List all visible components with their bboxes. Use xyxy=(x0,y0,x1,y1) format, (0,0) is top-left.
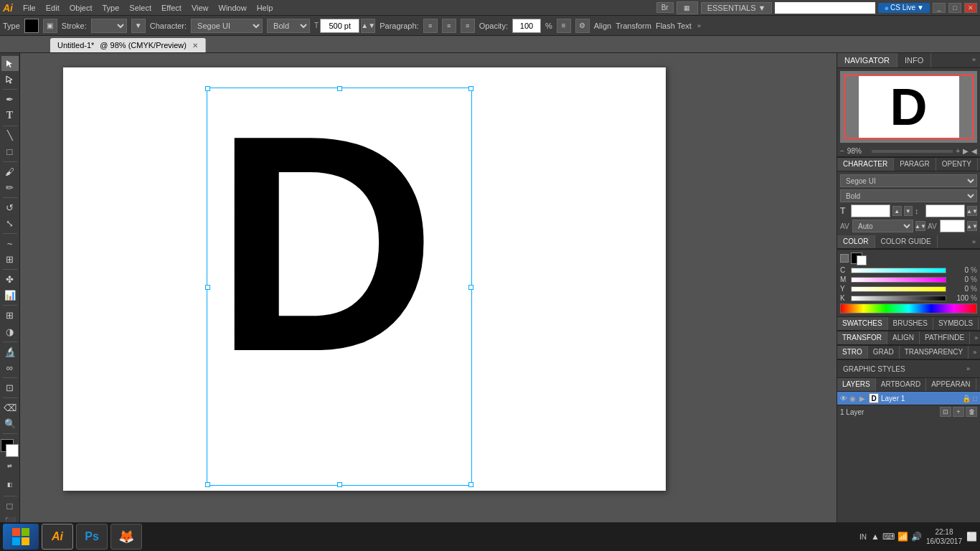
stroke-options-icon[interactable]: ▼ xyxy=(131,19,146,33)
font-size-stepper-down[interactable]: ▼ xyxy=(904,206,913,216)
line-tool[interactable]: ╲ xyxy=(1,128,19,143)
taskbar-network-icon[interactable]: 📶 xyxy=(897,532,908,542)
shape-tool[interactable]: □ xyxy=(1,144,19,159)
menu-help[interactable]: Help xyxy=(253,2,278,14)
navigator-collapse[interactable]: » xyxy=(968,53,980,67)
color-guide-tab[interactable]: COLOR GUIDE xyxy=(875,235,938,248)
kerning-select[interactable]: Auto xyxy=(852,220,913,232)
slice-tool[interactable]: ⊡ xyxy=(1,380,19,395)
rotate-tool[interactable]: ↺ xyxy=(1,200,19,215)
leading-input[interactable]: (600 pt) xyxy=(925,204,965,217)
layer-1-row[interactable]: 👁 ◉ ▶ D Layer 1 🔒 □ xyxy=(837,392,980,405)
y-slider[interactable] xyxy=(851,286,946,292)
layer-target-icon[interactable]: ◉ xyxy=(849,395,856,402)
type-tool[interactable]: T xyxy=(1,108,19,123)
brushes-tab[interactable]: BRUSHES xyxy=(888,317,933,330)
nav-left-arrow[interactable]: ◀ xyxy=(971,147,977,155)
color-spectrum[interactable] xyxy=(840,303,977,314)
menu-window[interactable]: Window xyxy=(215,2,251,14)
layer-expand-icon[interactable]: ▶ xyxy=(859,395,865,402)
swatches-tab[interactable]: SWATCHES xyxy=(837,317,888,330)
handle-middle-right[interactable] xyxy=(468,285,473,290)
align-left-button[interactable]: ≡ xyxy=(423,19,438,33)
transparency-tab[interactable]: TRANSPARENCY xyxy=(900,346,969,359)
layer-visibility-icon[interactable]: 👁 xyxy=(840,395,847,402)
extra-options-icon[interactable]: ⚙ xyxy=(575,19,590,33)
stroke-collapse[interactable]: » xyxy=(969,346,980,359)
default-colors-button[interactable]: ◧ xyxy=(1,476,19,494)
k-slider[interactable] xyxy=(851,296,946,301)
maximize-button[interactable]: □ xyxy=(948,3,961,13)
font-size-char-input[interactable]: 500 pt xyxy=(851,204,890,217)
free-transform-tool[interactable]: ⊞ xyxy=(1,252,19,267)
zoom-tool[interactable]: 🔍 xyxy=(1,416,19,431)
mesh-tool[interactable]: ⊞ xyxy=(1,308,19,323)
gradient-tool[interactable]: ◑ xyxy=(1,324,19,339)
start-button[interactable] xyxy=(3,524,39,550)
eraser-tool[interactable]: ⌫ xyxy=(1,400,19,415)
menu-file[interactable]: File xyxy=(19,2,40,14)
tracking-input[interactable]: 0 xyxy=(940,220,965,232)
essentials-button[interactable]: ESSENTIALS ▼ xyxy=(701,2,773,14)
handle-top-left[interactable] xyxy=(205,86,210,91)
character-tab[interactable]: CHARACTER xyxy=(837,158,894,171)
info-tab[interactable]: INFO xyxy=(897,53,931,67)
font-size-stepper-up[interactable]: ▲ xyxy=(892,206,901,216)
appearance-tab[interactable]: APPEARAN xyxy=(926,378,976,391)
delete-layer-button[interactable]: 🗑 xyxy=(966,407,977,417)
selection-tool[interactable] xyxy=(1,56,19,71)
tracking-stepper[interactable]: ▲▼ xyxy=(967,221,977,231)
character-weight-select[interactable]: Bold xyxy=(840,189,977,202)
paragraph-tab[interactable]: PARAGR xyxy=(894,158,936,171)
opacity-options-icon[interactable]: ≡ xyxy=(557,19,571,33)
color-tab[interactable]: COLOR xyxy=(837,235,875,248)
swap-colors-button[interactable]: ⇄ xyxy=(1,458,19,475)
c-slider[interactable] xyxy=(851,268,946,273)
view-toggle[interactable]: ▦ xyxy=(677,1,698,14)
taskbar-volume-icon[interactable]: 🔊 xyxy=(911,532,922,542)
cs-live-button[interactable]: ● CS Live ▼ xyxy=(878,3,930,13)
bridge-button[interactable]: Br xyxy=(656,2,674,13)
graphic-styles-collapse[interactable]: » xyxy=(962,362,974,375)
handle-top-right[interactable] xyxy=(468,86,473,91)
nav-right-arrow[interactable]: ▶ xyxy=(963,147,969,155)
taskbar-show-desktop[interactable]: ⬜ xyxy=(966,532,977,542)
options-collapse-icon[interactable]: » xyxy=(697,22,701,29)
menu-object[interactable]: Object xyxy=(65,2,97,14)
color-collapse[interactable]: » xyxy=(968,235,980,248)
m-slider[interactable] xyxy=(851,277,946,283)
handle-bottom-right[interactable] xyxy=(468,482,473,487)
fill-mode-button[interactable]: □ xyxy=(1,499,19,514)
search-input[interactable] xyxy=(775,2,875,14)
direct-selection-tool[interactable] xyxy=(1,72,19,87)
make-sublayer-button[interactable]: ⊡ xyxy=(940,407,951,417)
opacity-input[interactable]: 100 xyxy=(512,19,541,33)
fill-type-icon[interactable]: ▣ xyxy=(43,19,57,33)
taskbar-firefox-app[interactable]: 🦊 xyxy=(110,524,142,550)
background-swatch[interactable] xyxy=(6,444,19,457)
menu-edit[interactable]: Edit xyxy=(42,2,64,14)
stroke-select[interactable] xyxy=(91,19,127,33)
kerning-stepper[interactable]: ▲▼ xyxy=(915,221,925,231)
taskbar-clock[interactable]: 22:18 16/03/2017 xyxy=(926,527,962,546)
scale-tool[interactable]: ⤡ xyxy=(1,216,19,231)
align-right-button[interactable]: ≡ xyxy=(461,19,475,33)
pathfinder-tab[interactable]: PATHFINDE xyxy=(920,331,970,344)
stroke-tab[interactable]: STRO xyxy=(837,346,868,359)
layers-collapse[interactable]: » xyxy=(976,378,980,391)
close-button[interactable]: ✕ xyxy=(964,3,977,13)
eyedropper-tool[interactable]: 🔬 xyxy=(1,344,19,359)
taskbar-ai-app[interactable]: Ai xyxy=(42,524,73,550)
align-tab[interactable]: ALIGN xyxy=(887,331,920,344)
artboard-tab[interactable]: ARTBOARD xyxy=(876,378,926,391)
layer-lock-icon[interactable]: 🔒 xyxy=(962,395,971,402)
taskbar-ps-app[interactable]: Ps xyxy=(76,524,108,550)
blend-tool[interactable]: ∞ xyxy=(1,360,19,375)
pen-tool[interactable]: ✒ xyxy=(1,92,19,107)
layer-options-icon[interactable]: □ xyxy=(973,395,977,402)
canvas-text-d[interactable]: D xyxy=(214,89,437,397)
document-tab[interactable]: Untitled-1* @ 98% (CMYK/Preview) ✕ xyxy=(50,38,206,52)
layers-tab[interactable]: LAYERS xyxy=(837,378,876,391)
taskbar-keyboard-icon[interactable]: ⌨ xyxy=(882,532,895,542)
menu-type[interactable]: Type xyxy=(98,2,124,14)
